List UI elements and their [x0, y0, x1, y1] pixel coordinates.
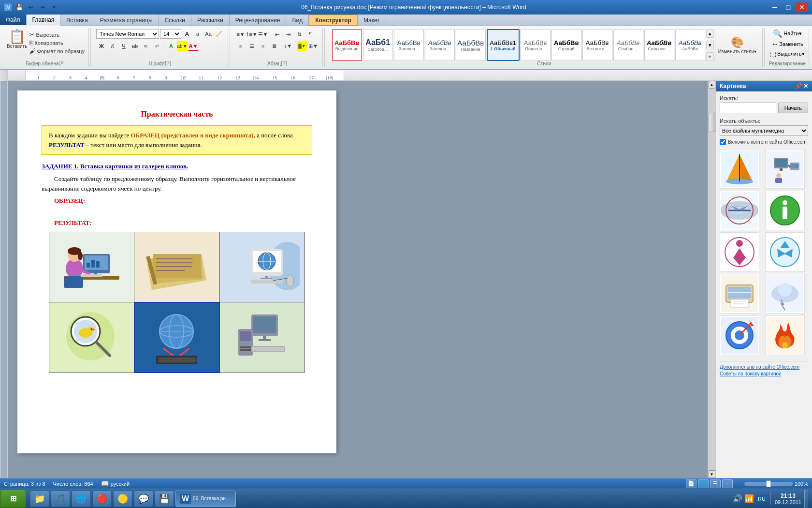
- font-name-select[interactable]: Times New Roman: [96, 29, 159, 39]
- clipart-thumb-8[interactable]: [765, 274, 805, 314]
- include-office-checkbox[interactable]: Включить контент сайта Office.com: [720, 139, 808, 145]
- numbering-btn[interactable]: 1≡▼: [246, 29, 257, 40]
- align-right-btn[interactable]: ≡: [258, 41, 268, 51]
- increase-font-btn[interactable]: A: [182, 29, 192, 39]
- change-styles-icon[interactable]: 🎨: [731, 36, 744, 49]
- style-h3[interactable]: АаБбВв Заголов...: [425, 29, 455, 61]
- find-button[interactable]: 🔍Найти▾: [773, 29, 801, 38]
- style-normal[interactable]: АаБбВв1 1 Обычный: [487, 29, 520, 61]
- tab-layout2[interactable]: Макет: [358, 15, 386, 26]
- scrollbar-down-btn[interactable]: ▼: [709, 470, 715, 478]
- clipart-thumb-10[interactable]: [765, 315, 805, 355]
- tab-insert[interactable]: Вставка: [60, 15, 94, 26]
- tab-file[interactable]: Файл: [0, 15, 27, 26]
- customize-quick-btn[interactable]: ▼: [49, 3, 59, 12]
- select-button[interactable]: ⬚Выделить▾: [770, 50, 805, 58]
- tab-layout[interactable]: Разметка страницы: [94, 15, 159, 26]
- tab-view[interactable]: Вид: [286, 15, 309, 26]
- strikethrough-btn[interactable]: ab: [130, 41, 140, 51]
- web-view-btn[interactable]: 🌐: [698, 479, 709, 488]
- clipart-thumb-1[interactable]: [720, 149, 759, 189]
- taskbar-opera[interactable]: 🔴: [92, 491, 112, 507]
- style-h1[interactable]: АаБб1 Заголов...: [363, 29, 393, 61]
- print-view-btn[interactable]: 📄: [686, 479, 696, 488]
- cut-button[interactable]: ✂Вырезать: [29, 31, 85, 38]
- font-color-btn[interactable]: A▼: [188, 41, 199, 51]
- show-marks-btn[interactable]: ¶: [305, 29, 316, 40]
- line-spacing-btn[interactable]: ↕▼: [283, 41, 293, 51]
- font-expand-btn[interactable]: ↗: [165, 61, 171, 66]
- office-checkbox-input[interactable]: [720, 139, 726, 145]
- clipart-thumb-3[interactable]: [720, 191, 759, 230]
- subscript-btn[interactable]: x₂: [141, 41, 151, 51]
- outline-view-btn[interactable]: ☰: [710, 479, 721, 488]
- superscript-btn[interactable]: x²: [152, 41, 162, 51]
- clear-format-btn[interactable]: 🧹: [214, 29, 224, 39]
- clipart-thumb-2[interactable]: [765, 149, 805, 189]
- style-h2[interactable]: АаБбВв Заголов...: [394, 29, 424, 61]
- change-styles-btn[interactable]: Изменить стили▾: [718, 49, 756, 54]
- taskbar-skype[interactable]: 💬: [134, 491, 153, 507]
- style-extra[interactable]: АаБбВв АаБбВв: [675, 29, 705, 61]
- undo-quick-btn[interactable]: ↩: [26, 3, 36, 12]
- replace-button[interactable]: ↔Заменить: [771, 40, 803, 48]
- style-highlight[interactable]: АаБбВв Выделение: [332, 29, 362, 61]
- style-weak[interactable]: АаБбВв Слабое ...: [613, 29, 643, 61]
- scrollbar-up-btn[interactable]: ▲: [709, 81, 715, 89]
- tab-references[interactable]: Ссылки: [159, 15, 191, 26]
- multilevel-btn[interactable]: ☰▼: [258, 29, 268, 40]
- bold-btn[interactable]: Ж: [96, 41, 107, 51]
- bullets-btn[interactable]: ≡▼: [235, 29, 246, 40]
- close-button[interactable]: ✕: [796, 2, 808, 12]
- sort-btn[interactable]: ⇅: [294, 29, 304, 40]
- language-indicator[interactable]: RU: [756, 495, 768, 502]
- tab-design[interactable]: Конструктор: [309, 15, 358, 26]
- taskbar-media[interactable]: 🎵: [51, 491, 70, 507]
- taskbar-word[interactable]: W 06_Вставка рис...: [175, 491, 236, 507]
- vertical-scrollbar[interactable]: ▲ ▼: [708, 81, 715, 478]
- tab-review[interactable]: Рецензирование: [230, 15, 287, 26]
- clipart-thumb-7[interactable]: [720, 274, 759, 314]
- tab-home[interactable]: Главная: [27, 15, 61, 26]
- decrease-indent-btn[interactable]: ⇤: [272, 29, 282, 40]
- tab-mailings[interactable]: Рассылки: [191, 15, 230, 26]
- redo-quick-btn[interactable]: ↪: [38, 3, 47, 12]
- panel-close-btn[interactable]: ✕: [803, 83, 808, 90]
- page-scroll-area[interactable]: Практическая часть В каждом задании вы н…: [8, 81, 708, 478]
- style-no-interval[interactable]: АаБбВв Без инте...: [582, 29, 612, 61]
- taskbar-explorer[interactable]: 📁: [30, 491, 49, 507]
- search-input[interactable]: [720, 103, 776, 113]
- clock-area[interactable]: 21:13 09.12.2011: [770, 493, 801, 505]
- style-strong[interactable]: АаБбВв Сильное ...: [644, 29, 674, 61]
- taskbar-ie[interactable]: 🌐: [72, 491, 91, 507]
- search-in-select[interactable]: Все файлы мультимедиа: [720, 125, 808, 136]
- para-expand-btn[interactable]: ↗: [281, 61, 287, 66]
- clipboard-expand-btn[interactable]: ↗: [59, 61, 64, 66]
- shading-btn[interactable]: ▓▼: [297, 41, 307, 51]
- italic-btn[interactable]: К: [107, 41, 118, 51]
- clipart-thumb-6[interactable]: [765, 232, 805, 272]
- start-search-btn[interactable]: Начать: [778, 103, 808, 113]
- styles-scroll-down[interactable]: ▼: [706, 41, 714, 49]
- increase-indent-btn[interactable]: ⇥: [283, 29, 293, 40]
- styles-expand-btn[interactable]: ≡: [706, 52, 714, 61]
- format-painter-button[interactable]: 🖌Формат по образцу: [29, 47, 85, 55]
- text-effects-btn[interactable]: A: [166, 41, 176, 51]
- style-title[interactable]: АаБбВв Название: [456, 29, 486, 61]
- font-size-select[interactable]: 14: [160, 29, 181, 39]
- change-case-btn[interactable]: Aa: [203, 29, 213, 39]
- borders-btn[interactable]: ⊞▼: [308, 41, 319, 51]
- tray-icon-1[interactable]: 🔊: [733, 494, 742, 503]
- minimize-button[interactable]: ─: [768, 2, 781, 12]
- taskbar-save[interactable]: 💾: [155, 491, 174, 507]
- highlight-btn[interactable]: ab▼: [177, 41, 188, 51]
- clipart-thumb-5[interactable]: [720, 232, 759, 272]
- maximize-button[interactable]: □: [782, 2, 795, 12]
- copy-button[interactable]: ⎘Копировать: [29, 39, 85, 46]
- styles-scroll-up[interactable]: ▲: [706, 29, 714, 38]
- clipart-thumb-9[interactable]: [720, 315, 759, 355]
- clipart-thumb-4[interactable]: [765, 191, 805, 230]
- underline-btn[interactable]: Ч: [118, 41, 129, 51]
- paste-button[interactable]: 📋 Вставить: [6, 29, 28, 50]
- tray-icon-2[interactable]: 📶: [744, 494, 754, 503]
